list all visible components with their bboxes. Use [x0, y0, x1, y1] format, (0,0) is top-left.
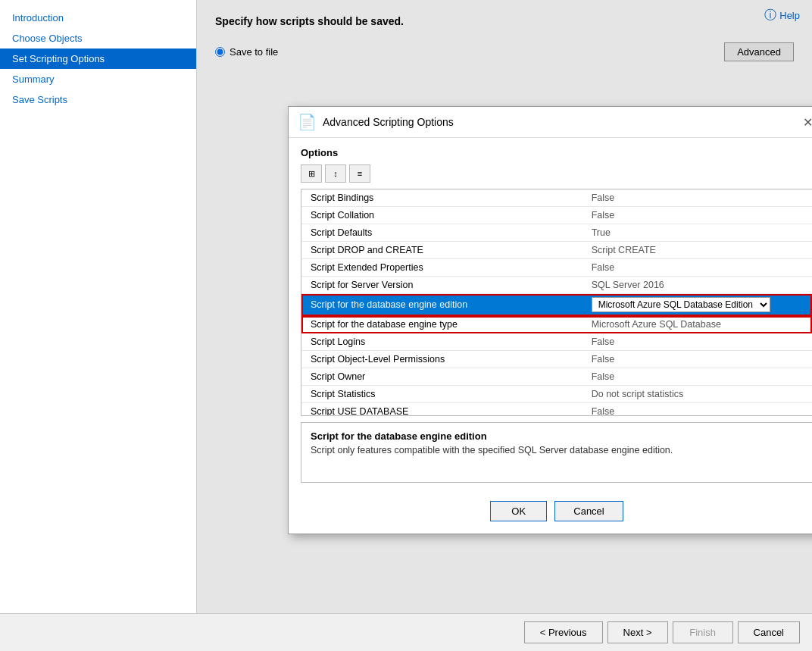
previous-label: < Previous — [540, 627, 587, 638]
main-content: ⓘ Help Specify how scripts should be sav… — [197, 0, 812, 613]
options-table-container[interactable]: Script BindingsFalseScript CollationFals… — [301, 189, 812, 416]
dialog-icon: 📄 — [298, 113, 317, 131]
modal-title-left: 📄 Advanced Scripting Options — [298, 113, 454, 131]
toolbar-icons: ⊞ ↕ ≡ — [301, 164, 812, 183]
option-name: Script for the database engine edition — [301, 294, 582, 316]
modal-body: Options ⊞ ↕ ≡ — [289, 138, 812, 492]
option-name: Script Logins — [301, 333, 582, 351]
next-label: Next > — [623, 627, 652, 638]
sidebar-item-summary[interactable]: Summary — [0, 69, 196, 89]
table-row[interactable]: Script Object-Level PermissionsFalse — [301, 351, 812, 368]
grid-view-button[interactable]: ⊞ — [301, 164, 322, 183]
option-name: Script USE DATABASE — [301, 403, 582, 417]
cancel-label: Cancel — [754, 627, 784, 638]
sidebar-item-save-scripts[interactable]: Save Scripts — [0, 89, 196, 110]
table-row[interactable]: Script DROP and CREATEScript CREATE — [301, 242, 812, 259]
option-name: Script for the database engine type — [301, 316, 582, 333]
cancel-label: Cancel — [573, 505, 604, 517]
sidebar-item-set-scripting-options[interactable]: Set Scripting Options — [0, 49, 196, 69]
sidebar-item-introduction[interactable]: Introduction — [0, 8, 196, 28]
option-value: SQL Server 2016 — [582, 277, 812, 294]
table-row[interactable]: Script for the database engine typeMicro… — [301, 316, 812, 333]
table-row[interactable]: Script OwnerFalse — [301, 368, 812, 386]
cancel-button[interactable]: Cancel — [738, 621, 800, 643]
option-name: Script Bindings — [301, 189, 582, 207]
table-row[interactable]: Script LoginsFalse — [301, 333, 812, 351]
option-value: True — [582, 224, 812, 242]
modal-cancel-button[interactable]: Cancel — [554, 501, 623, 521]
table-row[interactable]: Script for the database engine editionMi… — [301, 294, 812, 316]
grid-icon: ⊞ — [308, 169, 315, 179]
option-value[interactable]: Microsoft Azure SQL Database Edition — [582, 294, 812, 316]
finish-button[interactable]: Finish — [673, 621, 733, 643]
engine-edition-select[interactable]: Microsoft Azure SQL Database Edition — [592, 297, 770, 312]
table-row[interactable]: Script DefaultsTrue — [301, 224, 812, 242]
description-title: Script for the database engine edition — [311, 430, 803, 442]
ok-button[interactable]: OK — [490, 501, 547, 521]
options-table: Script BindingsFalseScript CollationFals… — [301, 189, 812, 416]
table-row[interactable]: Script USE DATABASEFalse — [301, 403, 812, 417]
modal-close-button[interactable]: ✕ — [800, 115, 812, 130]
close-icon: ✕ — [803, 116, 812, 129]
option-name: Script Owner — [301, 368, 582, 386]
modal-titlebar: 📄 Advanced Scripting Options ✕ — [289, 107, 812, 138]
option-value: Microsoft Azure SQL Database — [582, 316, 812, 333]
table-row[interactable]: Script BindingsFalse — [301, 189, 812, 207]
option-name: Script Extended Properties — [301, 259, 582, 277]
option-value: False — [582, 207, 812, 224]
sidebar-item-label: Summary — [12, 74, 55, 85]
sidebar: Introduction Choose Objects Set Scriptin… — [0, 0, 197, 613]
ok-label: OK — [511, 505, 526, 517]
previous-button[interactable]: < Previous — [524, 621, 603, 643]
sort-icon: ↕ — [333, 169, 338, 178]
sort-button[interactable]: ↕ — [325, 164, 346, 183]
description-text: Script only features compatible with the… — [311, 445, 803, 455]
table-row[interactable]: Script Extended PropertiesFalse — [301, 259, 812, 277]
finish-label: Finish — [689, 627, 716, 638]
option-value: Script CREATE — [582, 242, 812, 259]
modal-title: Advanced Scripting Options — [323, 116, 454, 128]
modal-backdrop: 📄 Advanced Scripting Options ✕ Options — [197, 0, 812, 613]
option-name: Script Object-Level Permissions — [301, 351, 582, 368]
table-row[interactable]: Script StatisticsDo not script statistic… — [301, 386, 812, 403]
sidebar-item-label: Introduction — [12, 12, 64, 23]
description-area: Script for the database engine edition S… — [301, 422, 812, 483]
option-value: Do not script statistics — [582, 386, 812, 403]
modal-footer: OK Cancel — [289, 492, 812, 534]
option-name: Script DROP and CREATE — [301, 242, 582, 259]
list-icon: ≡ — [358, 169, 362, 178]
list-view-button[interactable]: ≡ — [349, 164, 370, 183]
option-value: False — [582, 189, 812, 207]
advanced-scripting-options-dialog: 📄 Advanced Scripting Options ✕ Options — [288, 106, 812, 534]
option-name: Script for Server Version — [301, 277, 582, 294]
sidebar-item-label: Choose Objects — [12, 33, 83, 44]
wizard-container: Introduction Choose Objects Set Scriptin… — [0, 0, 812, 651]
option-value: False — [582, 403, 812, 417]
sidebar-item-choose-objects[interactable]: Choose Objects — [0, 28, 196, 49]
option-value: False — [582, 259, 812, 277]
wizard-body: Introduction Choose Objects Set Scriptin… — [0, 0, 812, 613]
table-row[interactable]: Script CollationFalse — [301, 207, 812, 224]
option-value: False — [582, 368, 812, 386]
options-label: Options — [301, 147, 812, 158]
wizard-footer: < Previous Next > Finish Cancel — [0, 613, 812, 651]
option-value: False — [582, 333, 812, 351]
sidebar-item-label: Save Scripts — [12, 94, 67, 105]
next-button[interactable]: Next > — [607, 621, 668, 643]
option-name: Script Collation — [301, 207, 582, 224]
option-name: Script Statistics — [301, 386, 582, 403]
table-row[interactable]: Script for Server VersionSQL Server 2016 — [301, 277, 812, 294]
option-value: False — [582, 351, 812, 368]
sidebar-item-label: Set Scripting Options — [12, 53, 105, 64]
option-name: Script Defaults — [301, 224, 582, 242]
